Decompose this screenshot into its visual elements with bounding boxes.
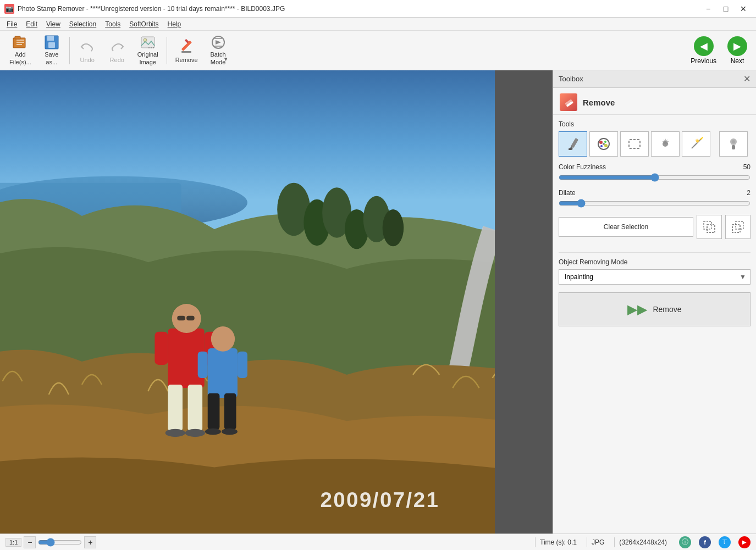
toolbox-header: Toolbox ✕ — [553, 70, 756, 88]
toolbar-separator-1 — [69, 37, 70, 64]
add-files-label: AddFile(s)... — [9, 51, 31, 65]
close-button[interactable]: ✕ — [735, 3, 752, 15]
next-icon: ▶ — [727, 36, 747, 56]
svg-rect-62 — [736, 221, 743, 229]
svg-rect-3 — [16, 42, 24, 43]
tool-spacer — [713, 131, 717, 157]
svg-point-39 — [205, 429, 221, 435]
pencil-tool-button[interactable] — [559, 131, 587, 157]
menu-edit[interactable]: Edit — [21, 19, 42, 29]
previous-label: Previous — [691, 57, 716, 65]
menu-softorbits[interactable]: SoftOrbits — [125, 19, 163, 29]
remove-arrow-icon: ▶▶ — [627, 302, 647, 317]
color-fuzziness-value: 50 — [734, 163, 751, 171]
svg-rect-29 — [154, 332, 168, 365]
menu-view[interactable]: View — [42, 19, 65, 29]
save-as-button[interactable]: Saveas... — [37, 34, 66, 67]
undo-button[interactable]: Undo — [73, 34, 102, 67]
main-area: 2009/07/21 Toolbox ✕ Remove Tools — [0, 70, 756, 534]
remove-execute-button[interactable]: ▶▶ Remove — [559, 292, 751, 326]
zoom-in-button[interactable]: + — [84, 536, 96, 548]
dilate-slider[interactable] — [559, 199, 751, 208]
svg-rect-24 — [168, 385, 182, 431]
title-bar-controls: − □ ✕ — [700, 3, 752, 15]
remove-execute-label: Remove — [653, 305, 681, 314]
status-bar: 1:1 − + Time (s): 0.1 JPG (3264x2448x24)… — [0, 534, 756, 550]
svg-point-31 — [165, 429, 185, 437]
svg-rect-38 — [238, 352, 247, 378]
zoom-in-icon: + — [88, 538, 92, 547]
image-area[interactable]: 2009/07/21 — [0, 70, 553, 534]
zoom-out-button[interactable]: − — [24, 536, 36, 548]
next-button[interactable]: ▶ Next — [723, 34, 752, 67]
app-icon: 📷 — [4, 4, 14, 14]
svg-rect-7 — [48, 42, 55, 48]
remove-tool-icon — [178, 38, 195, 55]
menu-selection[interactable]: Selection — [65, 19, 101, 29]
action-row: Clear Selection — [559, 215, 751, 239]
dilate-row: Dilate 2 — [559, 189, 751, 209]
svg-point-52 — [603, 143, 605, 145]
svg-rect-28 — [186, 316, 194, 320]
removing-mode-label: Object Removing Mode — [559, 258, 751, 266]
toolbar: AddFile(s)... Saveas... Undo Red — [0, 31, 756, 70]
redo-button[interactable]: Redo — [103, 34, 131, 67]
toolbox-label: Toolbox — [559, 75, 583, 83]
zoom-ratio: 1:1 — [5, 538, 21, 547]
photo-display: 2009/07/21 — [0, 70, 495, 534]
save-as-label: Saveas... — [45, 51, 58, 65]
maximize-button[interactable]: □ — [718, 3, 734, 15]
svg-rect-34 — [208, 393, 220, 430]
dimensions-status: (3264x2448x24) — [614, 537, 671, 547]
previous-icon: ◀ — [694, 36, 714, 56]
svg-rect-63 — [732, 225, 740, 232]
batch-mode-button[interactable]: BatchMode ▼ — [204, 34, 233, 67]
magic-wand-tool-button[interactable] — [682, 131, 710, 157]
add-files-button[interactable]: AddFile(s)... — [4, 34, 36, 67]
svg-rect-1 — [15, 36, 20, 39]
youtube-icon-button[interactable]: ▶ — [738, 536, 751, 548]
zoom-slider[interactable] — [38, 538, 82, 546]
color-selection-tool-button[interactable] — [589, 131, 618, 157]
clear-selection-button[interactable]: Clear Selection — [559, 217, 693, 237]
svg-text:2009/07/21: 2009/07/21 — [320, 488, 439, 512]
color-fuzziness-label: Color Fuzziness — [559, 163, 606, 171]
previous-button[interactable]: ◀ Previous — [686, 34, 721, 67]
svg-rect-4 — [16, 44, 22, 45]
save-selection-button[interactable] — [697, 215, 722, 239]
time-label: Time (s): 0.1 — [540, 538, 577, 546]
tool-buttons-group — [559, 131, 751, 157]
dilate-value: 2 — [734, 189, 751, 197]
svg-rect-25 — [188, 385, 202, 431]
svg-point-36 — [211, 326, 235, 352]
redo-icon — [108, 38, 126, 55]
info-icon-button[interactable]: ⓘ — [679, 536, 691, 548]
toolbox-close-button[interactable]: ✕ — [743, 74, 751, 84]
load-selection-button[interactable] — [725, 215, 751, 239]
menu-bar: File Edit View Selection Tools SoftOrbit… — [0, 18, 756, 31]
svg-point-50 — [600, 145, 603, 147]
stamp-tool-button[interactable] — [719, 131, 748, 157]
auto-select-tool-button[interactable] — [651, 131, 680, 157]
nav-buttons: ◀ Previous ▶ Next — [686, 34, 752, 67]
remove-toolbar-button[interactable]: Remove — [170, 34, 203, 67]
removing-mode-select[interactable]: Inpainting Smart Fill Texture Analysis — [559, 269, 751, 285]
minimize-button[interactable]: − — [700, 3, 716, 15]
svg-rect-46 — [569, 148, 572, 150]
svg-rect-61 — [707, 225, 715, 232]
menu-tools[interactable]: Tools — [101, 19, 125, 29]
menu-file[interactable]: File — [2, 19, 21, 29]
svg-rect-53 — [629, 140, 640, 148]
save-as-icon — [43, 35, 60, 50]
facebook-icon-button[interactable]: f — [699, 536, 711, 548]
color-fuzziness-slider[interactable] — [559, 173, 751, 182]
rect-selection-tool-button[interactable] — [620, 131, 649, 157]
menu-help[interactable]: Help — [163, 19, 186, 29]
svg-rect-6 — [47, 36, 54, 41]
svg-rect-37 — [198, 352, 208, 378]
batch-mode-icon — [209, 35, 227, 50]
original-image-button[interactable]: OriginalImage — [133, 34, 163, 67]
removing-mode-section: Object Removing Mode Inpainting Smart Fi… — [553, 253, 756, 292]
svg-rect-33 — [208, 348, 238, 398]
twitter-icon-button[interactable]: 𝕋 — [719, 536, 731, 548]
